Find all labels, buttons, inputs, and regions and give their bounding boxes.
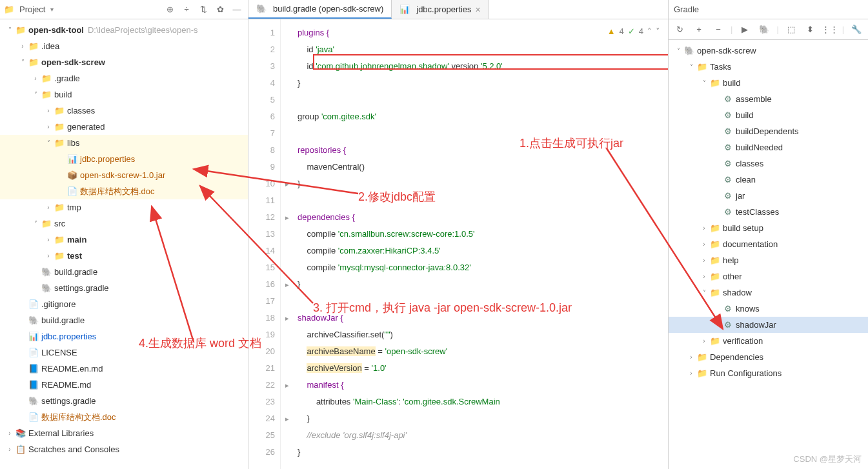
- project-tree: ˅📁open-sdk-toolD:\IdeaProjects\gitees\op…: [0, 19, 248, 469]
- gradle-header: Gradle: [669, 0, 868, 19]
- gradle-folder[interactable]: ›📁other: [669, 268, 868, 284]
- line-gutter: 1234567891011121314151617181920212223242…: [248, 19, 281, 469]
- remove-icon[interactable]: −: [711, 23, 725, 37]
- tree-item[interactable]: ›📁.gradle: [0, 70, 248, 86]
- gradle-shadow[interactable]: ˅📁shadow: [669, 284, 868, 301]
- tree-item[interactable]: ›📁generated: [0, 119, 248, 135]
- tree-root[interactable]: ˅📁open-sdk-toolD:\IdeaProjects\gitees\op…: [0, 22, 248, 38]
- tree-item[interactable]: 🐘build.gradle: [0, 312, 248, 328]
- tree-item[interactable]: ›📁classes: [0, 103, 248, 119]
- tree-item[interactable]: ›📁main: [0, 232, 248, 248]
- tree-item[interactable]: ›📚External Libraries: [0, 425, 248, 441]
- tree-item[interactable]: ˅📁build: [0, 86, 248, 103]
- fold-gutter: ▸▸▸▸▸▸: [281, 19, 294, 469]
- inspection-widget[interactable]: ▲4 ✓4 ˄˅: [607, 23, 660, 40]
- gradle-tasks[interactable]: ˅📁Tasks: [669, 59, 868, 75]
- tree-item[interactable]: 🐘settings.gradle: [0, 393, 248, 409]
- tree-item[interactable]: 📘README.en.md: [0, 361, 248, 377]
- gradle-folder[interactable]: ›📁help: [669, 252, 868, 268]
- gradle-shadowjar[interactable]: ⚙shadowJar: [669, 317, 868, 333]
- gradle-task[interactable]: ⚙knows: [669, 301, 868, 317]
- code-editor[interactable]: 1234567891011121314151617181920212223242…: [248, 19, 668, 469]
- tree-item[interactable]: 🐘settings.gradle: [0, 280, 248, 296]
- gradle-task[interactable]: ⚙clean: [669, 172, 868, 188]
- elephant-icon[interactable]: 🐘: [757, 23, 771, 37]
- settings-icon[interactable]: ✿: [213, 3, 227, 17]
- tree-item[interactable]: 📄数据库结构文档.doc: [0, 409, 248, 425]
- tree-item[interactable]: 🐘build.gradle: [0, 264, 248, 280]
- run-icon[interactable]: ▶: [738, 23, 752, 37]
- gradle-task[interactable]: ⚙jar: [669, 188, 868, 204]
- tree-item[interactable]: ›📋Scratches and Consoles: [0, 441, 248, 457]
- tree-item[interactable]: ›📁test: [0, 248, 248, 264]
- gradle-task[interactable]: ⚙testClasses: [669, 204, 868, 220]
- gradle-build-folder[interactable]: ˅📁build: [669, 75, 868, 91]
- add-icon[interactable]: +: [692, 23, 706, 37]
- dropdown-icon[interactable]: ▾: [50, 6, 54, 13]
- tree-item[interactable]: 📄.gitignore: [0, 296, 248, 312]
- editor-panel: 🐘build.gradle (open-sdk-screw) 📊jdbc.pro…: [248, 0, 668, 469]
- gradle-tree: ˅🐘open-sdk-screw ˅📁Tasks ˅📁build ⚙assemb…: [669, 40, 868, 469]
- tree-item[interactable]: ˅📁libs: [0, 135, 248, 151]
- more-icon[interactable]: ⋮⋮: [823, 23, 837, 37]
- gradle-deps[interactable]: ›📁Dependencies: [669, 349, 868, 365]
- offline-icon[interactable]: ⬍: [803, 23, 818, 37]
- gradle-task[interactable]: ⚙build: [669, 107, 868, 123]
- project-header: 📁 Project ▾ ⊕ ÷ ⇅ ✿ —: [0, 0, 248, 19]
- gradle-toolbar: ↻ + − | ▶ 🐘 | ⬚ ⬍ ⋮⋮ | 🔧: [669, 19, 868, 40]
- highlight-box: [313, 54, 668, 70]
- tree-item[interactable]: ˅📁src: [0, 215, 248, 232]
- editor-tabs: 🐘build.gradle (open-sdk-screw) 📊jdbc.pro…: [248, 0, 668, 19]
- gradle-folder[interactable]: ›📁documentation: [669, 236, 868, 252]
- project-icon: 📁: [4, 5, 14, 15]
- tree-item[interactable]: 📊jdbc.properties: [0, 328, 248, 344]
- gradle-folder[interactable]: ›📁verification: [669, 333, 868, 349]
- expand-icon[interactable]: ÷: [179, 3, 194, 17]
- gradle-panel: Gradle ↻ + − | ▶ 🐘 | ⬚ ⬍ ⋮⋮ | 🔧 ˅🐘open-s…: [668, 0, 868, 469]
- tree-item[interactable]: ›📁.idea: [0, 38, 248, 54]
- task-icon[interactable]: ⬚: [784, 23, 798, 37]
- gradle-folder[interactable]: ›📁build setup: [669, 220, 868, 236]
- project-title: Project: [19, 5, 45, 14]
- tree-item[interactable]: 📄LICENSE: [0, 344, 248, 361]
- tab-build-gradle[interactable]: 🐘build.gradle (open-sdk-screw): [248, 0, 392, 19]
- tree-file-doc[interactable]: 📄数据库结构文档.doc: [0, 183, 248, 199]
- warning-icon: ▲: [607, 23, 616, 40]
- gradle-task[interactable]: ⚙assemble: [669, 91, 868, 107]
- watermark: CSDN @星梦天河: [793, 454, 862, 465]
- tree-item[interactable]: ›📁tmp: [0, 199, 248, 215]
- wrench-icon[interactable]: 🔧: [849, 23, 863, 37]
- up-icon[interactable]: ˄: [647, 23, 652, 40]
- gradle-task[interactable]: ⚙classes: [669, 155, 868, 172]
- hide-icon[interactable]: —: [230, 3, 244, 17]
- collapse-icon[interactable]: ⇅: [196, 3, 210, 17]
- project-panel: 📁 Project ▾ ⊕ ÷ ⇅ ✿ — ˅📁open-sdk-toolD:\…: [0, 0, 248, 469]
- select-opened-icon[interactable]: ⊕: [163, 3, 177, 17]
- tree-file-jdbc[interactable]: 📊jdbc.properties: [0, 151, 248, 167]
- gradle-task[interactable]: ⚙buildNeeded: [669, 139, 868, 155]
- gradle-run-configs[interactable]: ›📁Run Configurations: [669, 365, 868, 381]
- tab-jdbc-props[interactable]: 📊jdbc.properties×: [392, 0, 489, 19]
- gradle-root[interactable]: ˅🐘open-sdk-screw: [669, 43, 868, 59]
- gradle-task[interactable]: ⚙buildDependents: [669, 123, 868, 139]
- tree-item[interactable]: 📘README.md: [0, 377, 248, 393]
- down-icon[interactable]: ˅: [656, 23, 660, 40]
- code-area[interactable]: plugins { id 'java' id 'com.github.johnr…: [294, 19, 668, 469]
- tree-file-jar[interactable]: 📦open-sdk-screw-1.0.jar: [0, 167, 248, 183]
- close-icon[interactable]: ×: [476, 5, 481, 15]
- tree-item[interactable]: ˅📁open-sdk-screw: [0, 54, 248, 70]
- refresh-icon[interactable]: ↻: [672, 23, 687, 37]
- ok-icon: ✓: [628, 23, 635, 40]
